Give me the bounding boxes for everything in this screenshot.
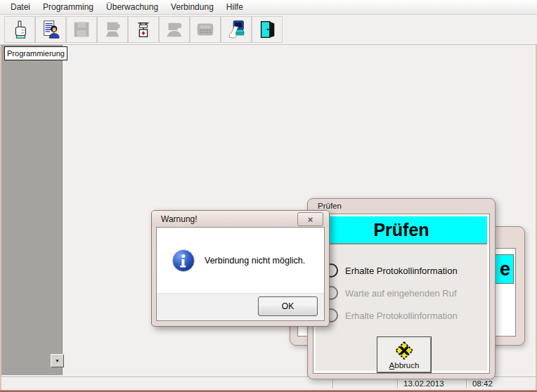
document-person-icon [40,19,61,40]
send-to-panel-button [97,16,128,43]
device-connection-button[interactable] [128,16,159,43]
toolbar [0,15,537,45]
menu-ueberwachung[interactable]: Überwachung [100,1,164,13]
close-button[interactable]: × [297,212,323,226]
hazard-diamond-icon [394,340,415,361]
computer-gray-icon [102,19,123,40]
pointing-hand-icon [9,19,30,40]
sidebar-scroll-down-button[interactable]: ▼ [51,354,64,367]
menu-programming[interactable]: Programming [37,1,100,13]
device-transfer-icon [133,19,154,40]
close-icon: × [308,214,313,225]
application-window: Datei Programming Überwachung Verbindung… [0,0,537,392]
chevron-down-icon: ▼ [55,358,60,363]
menu-bar: Datei Programming Überwachung Verbindung… [0,0,537,15]
warnung-dialog: Warnung! × Verbindung nicht möglich. [151,210,330,327]
pruefen-dialog-title: Prüfen [318,202,342,210]
exit-door-icon [257,19,278,40]
warnung-footer: OK [157,293,324,320]
protocol-report-button[interactable] [221,16,252,43]
status-separator [332,379,333,388]
pruefen-banner: Prüfen [316,216,487,244]
save-floppy-icon [71,19,92,40]
warnung-title: Warnung! [161,214,198,224]
menu-hilfe[interactable]: Hilfe [220,1,250,13]
computer-person-gray-icon [164,19,185,40]
menu-verbindung[interactable]: Verbindung [164,1,220,13]
tab-programmierung[interactable]: Programmierung [4,46,67,60]
info-icon [172,249,195,273]
exit-button[interactable] [252,16,283,43]
ok-button[interactable]: OK [258,296,318,316]
pruefen-step-3: Erhalte Protokollinformation [324,308,483,323]
pruefen-dialog: Prüfen Prüfen Erhalte Protokollinformati… [307,198,496,379]
warnung-body: Verbindung nicht möglich. OK [156,227,325,321]
menu-datei[interactable]: Datei [4,1,37,13]
pruefen-step-1: Erhalte Protokollinformation [324,263,483,278]
sidebar-programmierung [1,45,63,375]
customer-document-button[interactable] [35,16,66,43]
pruefen-dialog-panel: Prüfen Erhalte Protokollinformation Wart… [313,214,489,373]
computer-report-icon [226,19,247,40]
receive-from-panel-button [159,16,190,43]
abbruch-button[interactable]: Abbruch [377,337,432,373]
save-button [66,16,97,43]
confirm-hand-button[interactable] [4,16,35,43]
warning-message: Verbindung nicht möglich. [205,256,305,266]
keypad-button [190,16,221,43]
keypad-icon [195,19,216,40]
window-frame-left [0,0,1,392]
pruefen-step-2: Warte auf eingehenden Ruf [324,285,483,301]
